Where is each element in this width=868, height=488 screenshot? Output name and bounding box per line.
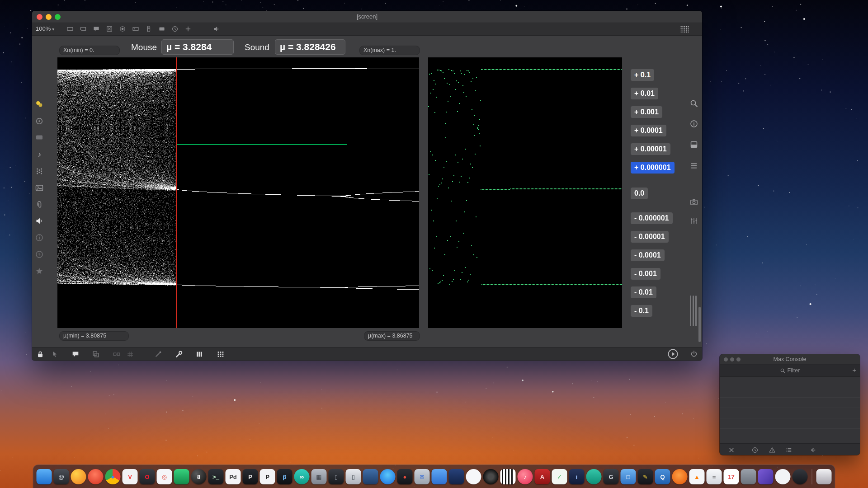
dock-icon-mail[interactable]: ✉ <box>415 469 430 484</box>
console-titlebar[interactable]: Max Console <box>720 354 860 365</box>
bottom-toolbar-probe-button[interactable] <box>154 350 163 359</box>
bottom-toolbar-squares-button[interactable] <box>91 350 100 359</box>
dock-icon-check-app[interactable]: ✓ <box>552 469 567 484</box>
mu-max-box[interactable]: µ(max) = 3.86875 <box>364 331 420 341</box>
console-history-button[interactable] <box>750 446 759 454</box>
audio-power-button[interactable] <box>690 350 698 358</box>
bottom-toolbar-lock-button[interactable] <box>36 350 45 359</box>
dock-icon-xcode[interactable] <box>363 469 378 484</box>
sidebar-dot-columns-button[interactable] <box>34 166 45 177</box>
dock-icon-cube-app[interactable]: ▦ <box>311 469 327 484</box>
dock-icon-processing-light[interactable]: P <box>260 469 275 484</box>
dock-icon-puredata[interactable]: Pd <box>226 469 241 484</box>
mu-min-box[interactable]: µ(min) = 3.80875 <box>59 331 129 341</box>
sidebar-picture-button[interactable] <box>34 183 45 193</box>
dock-icon-rings-app[interactable]: ∞ <box>294 469 310 484</box>
dock-icon-opera[interactable]: O <box>140 469 155 484</box>
toolbar-slider-button[interactable] <box>145 25 152 33</box>
dock-icon-safari[interactable] <box>380 469 396 484</box>
dock-icon-media-dark[interactable]: ● <box>397 469 413 484</box>
dock-icon-eight-ball[interactable]: 8 <box>191 469 207 484</box>
bifurcation-display[interactable] <box>57 57 419 328</box>
dock-icon-vinyl-app[interactable] <box>483 469 499 484</box>
step-button-+0.000001[interactable]: + 0.000001 <box>631 162 675 174</box>
dock-icon-dial-dark[interactable] <box>793 469 808 484</box>
toolbar-toggle-button[interactable] <box>106 25 113 33</box>
sidebar-info-button[interactable] <box>34 232 45 243</box>
dock-icon-info-navy[interactable]: i <box>569 469 585 484</box>
dock-icon-vivaldi[interactable]: V <box>123 469 138 484</box>
step-button-+0.1[interactable]: + 0.1 <box>631 69 654 81</box>
console-add-button[interactable]: + <box>852 366 856 374</box>
sidebar-list-button[interactable] <box>689 160 699 171</box>
dock-icon-target-app[interactable]: ◎ <box>157 469 172 484</box>
sound-mu-numberbox[interactable]: µ = 3.828426 <box>275 39 345 55</box>
step-button--0.000001[interactable]: - 0.000001 <box>631 212 673 224</box>
step-button-0.0[interactable]: 0.0 <box>631 188 648 199</box>
dock-icon-navy-app[interactable] <box>449 469 464 484</box>
dock-icon-dark-utility[interactable]: @ <box>54 469 69 484</box>
toolbar-button-button[interactable] <box>119 25 126 33</box>
dock-icon-q-blue[interactable]: Q <box>655 469 670 484</box>
dock-icon-clock-app[interactable] <box>466 469 481 484</box>
step-button--0.00001[interactable]: - 0.00001 <box>631 231 669 243</box>
toolbar-clock-button[interactable] <box>171 25 179 33</box>
dock-icon-phone-light[interactable]: ▯ <box>346 469 361 484</box>
toolbar-panel-button[interactable] <box>158 25 165 33</box>
step-button-+0.001[interactable]: + 0.001 <box>631 106 662 118</box>
dock-icon-globe-teal[interactable] <box>586 469 602 484</box>
bottom-toolbar-link-squares-button[interactable] <box>112 350 121 359</box>
console-revert-button[interactable] <box>808 446 817 454</box>
console-warnings-button[interactable] <box>768 446 776 454</box>
audio-play-button[interactable] <box>667 348 679 360</box>
dock-icon-chrome[interactable]: ● <box>105 469 121 484</box>
sidebar-patcher-button[interactable] <box>34 99 45 109</box>
dock-icon-trash[interactable] <box>816 469 832 484</box>
toolbar-speaker-button[interactable] <box>213 25 220 33</box>
step-button-+0.0001[interactable]: + 0.0001 <box>631 125 666 136</box>
sidebar-paperclip-button[interactable] <box>34 199 45 210</box>
xn-min-box[interactable]: Xn(min) = 0. <box>59 46 120 55</box>
dock-icon-calendar[interactable]: 17 <box>724 469 739 484</box>
dock-icon-processing-dark[interactable]: P <box>243 469 258 484</box>
dock-icon-wifi-app[interactable] <box>775 469 791 484</box>
sidebar-info-button[interactable] <box>689 118 699 129</box>
dock-icon-orange-ball[interactable] <box>672 469 688 484</box>
bottom-toolbar-wrench-button[interactable] <box>175 350 184 359</box>
sidebar-mixer-button[interactable] <box>689 216 699 226</box>
dock-icon-music[interactable]: ♪ <box>518 469 533 484</box>
bottom-toolbar-keys-grid-button[interactable] <box>216 350 225 359</box>
bottom-toolbar-columns-button[interactable] <box>195 350 204 359</box>
dock-icon-beta-app[interactable]: β <box>277 469 292 484</box>
step-button--0.01[interactable]: - 0.01 <box>631 286 656 298</box>
toolbar-message-box-button[interactable] <box>80 25 87 33</box>
sidebar-inspector-button[interactable] <box>689 139 699 150</box>
dock-icon-finder[interactable] <box>37 469 52 484</box>
dock-icon-g-dark[interactable]: G <box>604 469 619 484</box>
toolbar-number-box-button[interactable] <box>132 25 139 33</box>
dock-icon-terminal[interactable]: >_ <box>208 469 224 484</box>
step-button--0.0001[interactable]: - 0.0001 <box>631 249 665 261</box>
dock-icon-orange-circle-app[interactable] <box>71 469 86 484</box>
mouse-mu-numberbox[interactable]: µ = 3.8284 <box>161 39 234 55</box>
sidebar-circle-button[interactable] <box>34 116 45 127</box>
step-button-+0.01[interactable]: + 0.01 <box>631 88 658 99</box>
step-button-+0.00001[interactable]: + 0.00001 <box>631 143 670 155</box>
dock-icon-vlc[interactable]: ▲ <box>689 469 705 484</box>
dock-icon-green-app[interactable] <box>174 469 189 484</box>
bottom-toolbar-grid-button[interactable] <box>126 350 135 359</box>
window-titlebar[interactable]: [screen] <box>32 11 702 23</box>
dock-icon-calculator[interactable]: = <box>707 469 722 484</box>
vertical-scrollbar[interactable] <box>698 307 701 342</box>
sidebar-speaker-button[interactable] <box>34 216 45 226</box>
zoom-control[interactable]: 100%▾ <box>36 25 54 32</box>
dock-icon-phone-dark[interactable]: ▯ <box>329 469 344 484</box>
dock-icon-folders[interactable] <box>432 469 447 484</box>
sidebar-help-button[interactable]: ? <box>34 249 45 260</box>
dock-icon-red-circle-app[interactable] <box>88 469 104 484</box>
bottom-toolbar-cursor-button[interactable] <box>50 350 59 359</box>
dock-icon-pen-dark[interactable]: ✎ <box>638 469 653 484</box>
console-grid-button[interactable] <box>680 24 689 34</box>
dock-icon-piano-app[interactable] <box>500 469 516 484</box>
console-filter-input[interactable]: Filter + <box>720 365 860 377</box>
